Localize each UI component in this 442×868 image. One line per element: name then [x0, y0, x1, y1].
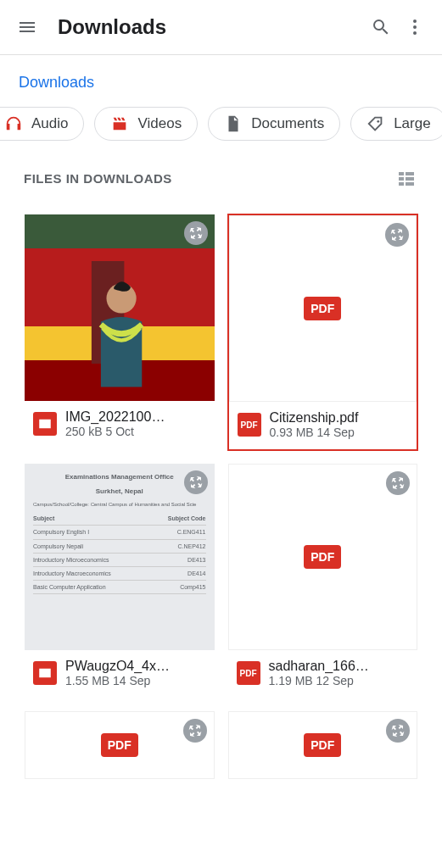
expand-icon[interactable]	[184, 470, 208, 494]
file-card[interactable]: PDF PDF sadharan_166… 1.19 MB 12 Sep	[227, 463, 419, 698]
pdf-type-icon: PDF	[237, 661, 260, 685]
search-icon[interactable]	[364, 10, 398, 44]
filter-chip-audio[interactable]: Audio	[0, 107, 84, 141]
file-card[interactable]: Examinations Management Office Surkhet, …	[24, 463, 215, 698]
thumbnail: PDF	[228, 464, 418, 650]
thumbnail: PDF	[229, 215, 417, 402]
chip-label: Videos	[137, 115, 182, 132]
file-name: Citizenship.pdf	[270, 410, 409, 426]
chip-label: Audio	[31, 115, 68, 132]
view-toggle-icon[interactable]	[394, 166, 418, 190]
filter-chip-videos[interactable]: Videos	[94, 107, 198, 141]
pdf-badge: PDF	[304, 733, 341, 757]
tag-icon	[366, 114, 385, 133]
chip-label: Large	[394, 115, 430, 132]
headphones-icon	[4, 114, 23, 133]
file-info: 1.55 MB 14 Sep	[65, 674, 206, 687]
section-label: FILES IN DOWNLOADS	[24, 171, 172, 186]
svg-point-2	[413, 31, 417, 35]
file-card[interactable]: PDF	[227, 710, 419, 780]
pdf-badge: PDF	[304, 297, 341, 320]
file-info: 0.93 MB 14 Sep	[270, 426, 409, 439]
image-type-icon	[33, 661, 57, 685]
file-card[interactable]: PDF	[24, 710, 215, 780]
file-name: sadharan_166…	[269, 659, 410, 674]
file-info: 250 kB 5 Oct	[65, 425, 206, 438]
svg-point-0	[413, 19, 417, 23]
thumbnail: PDF	[25, 711, 215, 779]
expand-icon[interactable]	[386, 471, 410, 495]
pdf-badge: PDF	[101, 733, 138, 757]
thumbnail: Examinations Management Office Surkhet, …	[25, 464, 215, 650]
breadcrumb-downloads[interactable]: Downloads	[19, 74, 94, 91]
filter-chip-documents[interactable]: Documents	[208, 107, 340, 141]
image-type-icon	[33, 412, 57, 436]
svg-point-1	[413, 25, 417, 29]
file-card[interactable]: IMG_2022100… 250 kB 5 Oct	[24, 214, 215, 451]
page-title: Downloads	[58, 15, 364, 39]
file-name: PWaugzO4_4x…	[65, 659, 206, 674]
file-info: 1.19 MB 12 Sep	[269, 674, 410, 687]
pdf-badge: PDF	[304, 545, 341, 569]
file-card[interactable]: PDF PDF Citizenship.pdf 0.93 MB 14 Sep	[227, 214, 419, 451]
pdf-type-icon: PDF	[238, 413, 261, 437]
hamburger-menu-icon[interactable]	[10, 10, 44, 44]
filter-chip-large[interactable]: Large	[350, 107, 442, 141]
file-name: IMG_2022100…	[65, 409, 206, 425]
chip-label: Documents	[251, 115, 324, 132]
clapper-icon	[110, 114, 129, 133]
expand-icon[interactable]	[385, 223, 409, 247]
svg-point-3	[378, 120, 380, 123]
expand-icon[interactable]	[184, 221, 208, 245]
more-vert-icon[interactable]	[398, 10, 432, 44]
expand-icon[interactable]	[183, 719, 207, 743]
document-icon	[224, 114, 243, 133]
expand-icon[interactable]	[386, 719, 410, 743]
thumbnail	[25, 214, 215, 401]
thumbnail: PDF	[228, 711, 418, 779]
